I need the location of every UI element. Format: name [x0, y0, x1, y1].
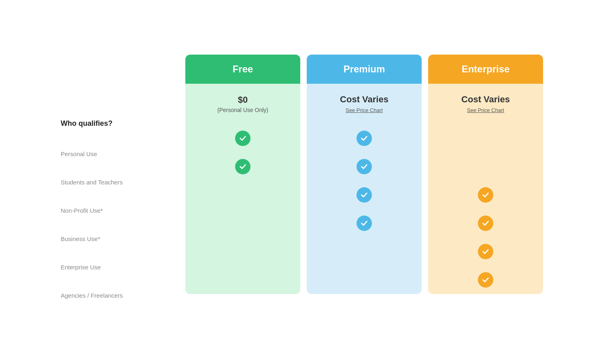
plan-premium-row-3 — [307, 209, 422, 237]
row-label-students-teachers: Students and Teachers — [61, 168, 174, 197]
empty-premium-5 — [357, 272, 372, 288]
plan-free-row-1 — [185, 152, 300, 181]
check-icon-free-1 — [235, 159, 250, 174]
plan-premium-row-1 — [307, 152, 422, 181]
plan-free-price-section: $0 (Personal Use Only) — [185, 84, 300, 124]
plan-enterprise-row-2 — [428, 181, 543, 209]
plan-enterprise-row-1 — [428, 152, 543, 181]
plan-enterprise-price-link[interactable]: See Price Chart — [467, 107, 504, 113]
check-icon-enterprise-3 — [478, 216, 493, 231]
row-label-business: Business Use* — [61, 225, 174, 253]
check-icon-premium-1 — [357, 159, 372, 174]
plan-enterprise-body: Cost Varies See Price Chart — [428, 84, 543, 294]
plan-premium-price-section: Cost Varies See Price Chart — [307, 84, 422, 124]
plan-free-row-0 — [185, 124, 300, 152]
plan-enterprise-row-3 — [428, 209, 543, 237]
empty-free-5 — [235, 272, 250, 288]
who-qualifies-heading: Who qualifies? — [61, 119, 174, 128]
plan-free-header: Free — [185, 55, 300, 84]
empty-premium-4 — [357, 244, 372, 259]
plan-free-row-5 — [185, 266, 300, 294]
empty-free-4 — [235, 244, 250, 259]
plan-premium-row-0 — [307, 124, 422, 152]
check-icon-premium-2 — [357, 187, 372, 203]
empty-free-2 — [235, 187, 250, 203]
plan-premium-row-2 — [307, 181, 422, 209]
plan-free-body: $0 (Personal Use Only) — [185, 84, 300, 294]
plan-enterprise-header: Enterprise — [428, 55, 543, 84]
plan-premium-row-5 — [307, 266, 422, 294]
plan-enterprise-row-0 — [428, 124, 543, 152]
plan-free-price: $0 — [238, 95, 248, 105]
empty-enterprise-1 — [478, 159, 493, 174]
check-icon-premium-3 — [357, 216, 372, 231]
plan-free-row-2 — [185, 181, 300, 209]
plan-premium-rows — [307, 124, 422, 294]
check-icon-premium-0 — [357, 131, 372, 146]
plan-premium-row-4 — [307, 237, 422, 266]
plan-enterprise: Enterprise Cost Varies See Price Chart — [428, 55, 543, 294]
plan-free: Free $0 (Personal Use Only) — [185, 55, 300, 294]
row-label-enterprise: Enterprise Use — [61, 253, 174, 281]
row-label-personal-use: Personal Use — [61, 140, 174, 168]
check-icon-enterprise-2 — [478, 187, 493, 203]
check-icon-enterprise-4 — [478, 244, 493, 259]
plan-enterprise-price: Cost Varies — [461, 94, 510, 105]
plan-premium-price-link[interactable]: See Price Chart — [346, 107, 383, 113]
plan-enterprise-price-section: Cost Varies See Price Chart — [428, 84, 543, 124]
plan-enterprise-row-4 — [428, 237, 543, 266]
plan-free-row-4 — [185, 237, 300, 266]
row-label-agencies: Agencies / Freelancers — [61, 281, 174, 310]
plan-free-row-3 — [185, 209, 300, 237]
empty-free-3 — [235, 216, 250, 231]
plan-enterprise-row-5 — [428, 266, 543, 294]
plan-premium-price: Cost Varies — [340, 94, 388, 105]
check-icon-enterprise-5 — [478, 272, 493, 288]
label-spacer — [61, 55, 174, 119]
plan-free-rows — [185, 124, 300, 294]
row-labels: Who qualifies? Personal Use Students and… — [61, 55, 182, 310]
empty-enterprise-0 — [478, 131, 493, 146]
plan-free-price-note: (Personal Use Only) — [217, 107, 268, 113]
pricing-container: Who qualifies? Personal Use Students and… — [61, 55, 546, 310]
plan-premium-body: Cost Varies See Price Chart — [307, 84, 422, 294]
check-icon-free-0 — [235, 131, 250, 146]
plan-premium: Premium Cost Varies See Price Chart — [307, 55, 422, 294]
plan-premium-header: Premium — [307, 55, 422, 84]
row-label-nonprofit: Non-Profit Use* — [61, 197, 174, 225]
plan-enterprise-rows — [428, 124, 543, 294]
